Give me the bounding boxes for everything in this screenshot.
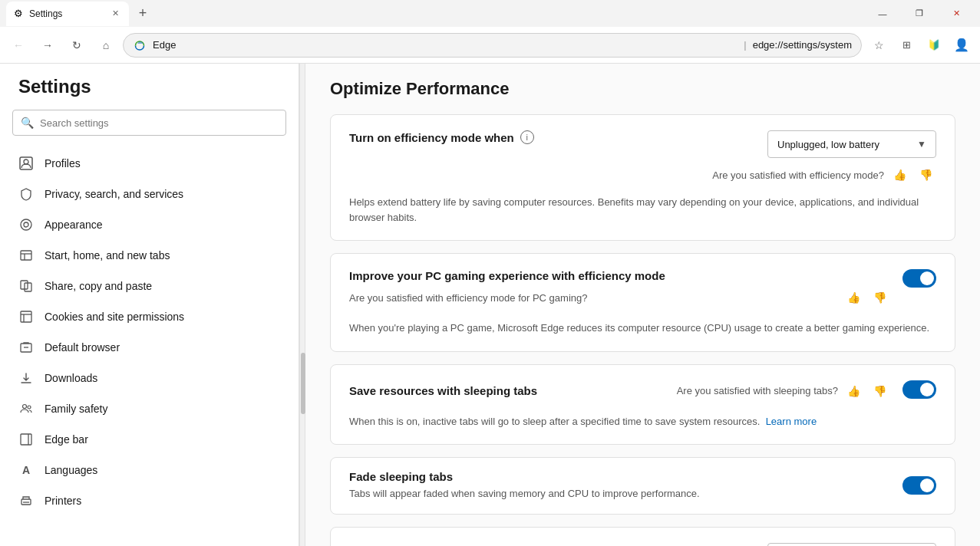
address-url: edge://settings/system	[753, 39, 852, 51]
sidebar-item-privacy[interactable]: Privacy, search, and services	[0, 179, 299, 209]
sleeping-tabs-learn-more-link[interactable]: Learn more	[766, 416, 817, 427]
svg-rect-17	[21, 434, 31, 445]
edge-logo-icon	[133, 38, 147, 52]
sidebar-item-printers-label: Printers	[45, 495, 81, 507]
fade-sleeping-tabs-info: Fade sleeping tabs Tabs will appear fade…	[349, 470, 902, 502]
home-icon: ⌂	[103, 39, 109, 51]
edge-bar-icon	[18, 432, 34, 447]
close-button[interactable]: ✕	[939, 2, 974, 26]
default-browser-icon	[18, 340, 34, 355]
languages-icon: A	[18, 462, 34, 478]
sleeping-tabs-toggle-track	[902, 380, 936, 399]
efficiency-thumbup-button[interactable]: 👍	[889, 164, 910, 186]
pc-gaming-card: Improve your PC gaming experience with e…	[330, 253, 955, 352]
edge-brand-label: Edge	[153, 39, 737, 51]
sidebar-item-cookies-label: Cookies and site permissions	[45, 311, 184, 323]
sleeping-tabs-thumbdown-button[interactable]: 👎	[869, 380, 890, 402]
family-safety-icon	[18, 401, 34, 416]
essentials-icon: 🔰	[928, 39, 940, 51]
efficiency-dropdown-label: Unplugged, low battery	[777, 139, 911, 150]
address-separator: |	[744, 39, 746, 51]
tab-favicon-icon: ⚙	[14, 8, 23, 19]
favorites-button[interactable]: ☆	[866, 33, 891, 58]
fade-sleeping-tabs-toggle[interactable]	[902, 476, 936, 495]
sidebar-item-appearance[interactable]: Appearance	[0, 209, 299, 240]
sidebar-item-share-copy[interactable]: Share, copy and paste	[0, 271, 299, 301]
browser-essentials-button[interactable]: 🔰	[922, 33, 946, 58]
sidebar-item-downloads-label: Downloads	[45, 372, 97, 384]
pc-gaming-feedback-text: Are you satisfied with efficiency mode f…	[349, 292, 838, 304]
sidebar-item-languages[interactable]: A Languages	[0, 455, 299, 485]
sidebar-item-start-home-label: Start, home, and new tabs	[45, 249, 170, 261]
sidebar-item-profiles-label: Profiles	[45, 157, 81, 169]
sidebar-item-edge-bar[interactable]: Edge bar	[0, 424, 299, 455]
home-button[interactable]: ⌂	[94, 33, 118, 58]
titlebar: ⚙ Settings ✕ + — ❐ ✕	[0, 0, 980, 27]
profile-button[interactable]: 👤	[949, 33, 974, 58]
nav-actions: ☆ ⊞ 🔰 👤	[866, 33, 974, 58]
printers-icon	[18, 493, 34, 508]
sleeping-tabs-feedback-text: Are you satisfied with sleeping tabs?	[677, 385, 838, 396]
svg-point-3	[24, 222, 28, 227]
efficiency-mode-card: Turn on efficiency mode when i Unplugged…	[330, 114, 955, 241]
sidebar-item-downloads[interactable]: Downloads	[0, 363, 299, 393]
minimize-button[interactable]: —	[865, 2, 900, 26]
sidebar-item-default-browser-label: Default browser	[45, 341, 120, 354]
efficiency-info-icon[interactable]: i	[520, 130, 534, 144]
sidebar-item-cookies[interactable]: Cookies and site permissions	[0, 301, 299, 332]
sidebar-item-profiles[interactable]: Profiles	[0, 148, 299, 179]
sidebar-scrollbar[interactable]	[299, 64, 305, 546]
sleeping-tabs-card: Save resources with sleeping tabs Are yo…	[330, 364, 955, 446]
tab-area: ⚙ Settings ✕ +	[6, 2, 862, 26]
sidebar-item-privacy-label: Privacy, search, and services	[45, 188, 183, 200]
sidebar-item-printers[interactable]: Printers	[0, 485, 299, 516]
profile-icon: 👤	[954, 38, 969, 52]
pc-gaming-thumbup-button[interactable]: 👍	[843, 287, 864, 308]
svg-rect-4	[21, 251, 31, 260]
back-icon: ←	[13, 39, 24, 51]
inactive-sleep-card: Put inactive tabs to sleep after the spe…	[330, 527, 955, 547]
pc-gaming-toggle[interactable]	[902, 269, 936, 288]
sidebar-item-family-safety[interactable]: Family safety	[0, 393, 299, 424]
sidebar: Settings 🔍 Profiles Privacy, search, and…	[0, 64, 299, 546]
restore-button[interactable]: ❐	[902, 2, 937, 26]
inactive-sleep-dropdown[interactable]: 15 minutes of inactivity ▼	[767, 543, 936, 547]
sidebar-item-appearance-label: Appearance	[45, 219, 103, 231]
svg-point-2	[21, 219, 31, 230]
pc-gaming-thumbdown-button[interactable]: 👎	[869, 287, 890, 308]
sleeping-tabs-toggle[interactable]	[902, 380, 936, 399]
refresh-icon: ↻	[72, 39, 81, 51]
sleeping-tabs-thumbup-button[interactable]: 👍	[843, 380, 864, 402]
fade-sleeping-tabs-desc: Tabs will appear faded when saving memor…	[349, 486, 902, 502]
favorites-icon: ☆	[874, 39, 884, 51]
cookies-icon	[18, 309, 34, 324]
sleeping-tabs-title: Save resources with sleeping tabs	[349, 384, 537, 397]
new-tab-button[interactable]: +	[132, 3, 153, 25]
efficiency-dropdown[interactable]: Unplugged, low battery ▼	[767, 130, 936, 158]
sidebar-item-share-copy-label: Share, copy and paste	[45, 280, 152, 292]
tab-title: Settings	[29, 8, 103, 19]
pc-gaming-toggle-thumb	[920, 271, 934, 285]
efficiency-thumbdown-button[interactable]: 👎	[915, 164, 936, 186]
sidebar-item-start-home[interactable]: Start, home, and new tabs	[0, 240, 299, 271]
fade-sleeping-tabs-card: Fade sleeping tabs Tabs will appear fade…	[330, 457, 955, 515]
settings-title: Settings	[0, 76, 299, 110]
appearance-icon	[18, 217, 34, 232]
pc-gaming-desc: When you're playing a PC game, Microsoft…	[349, 321, 936, 336]
back-button[interactable]: ←	[6, 33, 31, 58]
refresh-button[interactable]: ↻	[64, 33, 89, 58]
sidebar-item-default-browser[interactable]: Default browser	[0, 332, 299, 363]
svg-rect-9	[21, 311, 31, 322]
search-input[interactable]	[40, 117, 278, 129]
address-bar[interactable]: Edge | edge://settings/system	[123, 33, 862, 58]
favorites-collections-button[interactable]: ⊞	[894, 33, 919, 58]
navbar: ← → ↻ ⌂ Edge | edge://settings/system ☆ …	[0, 27, 980, 64]
tab-close-button[interactable]: ✕	[109, 8, 121, 20]
efficiency-mode-info: Turn on efficiency mode when i	[349, 130, 712, 149]
search-box[interactable]: 🔍	[12, 110, 286, 136]
forward-icon: →	[42, 39, 53, 51]
svg-point-1	[24, 160, 28, 164]
settings-tab[interactable]: ⚙ Settings ✕	[6, 2, 129, 26]
forward-button[interactable]: →	[35, 33, 60, 58]
search-icon: 🔍	[21, 117, 34, 129]
